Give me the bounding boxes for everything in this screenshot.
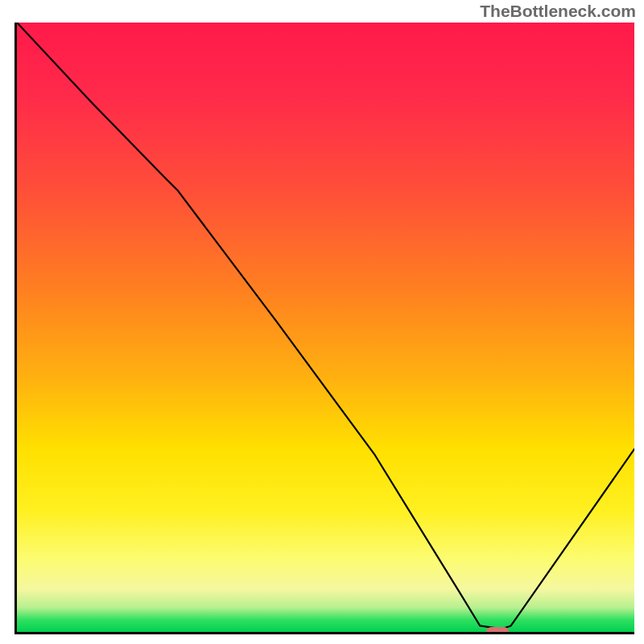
optimal-point-marker <box>486 627 509 634</box>
bottleneck-curve <box>17 23 634 629</box>
watermark-text: TheBottleneck.com <box>480 2 636 21</box>
chart-curve-svg <box>17 23 634 632</box>
chart-plot-area <box>14 23 634 634</box>
